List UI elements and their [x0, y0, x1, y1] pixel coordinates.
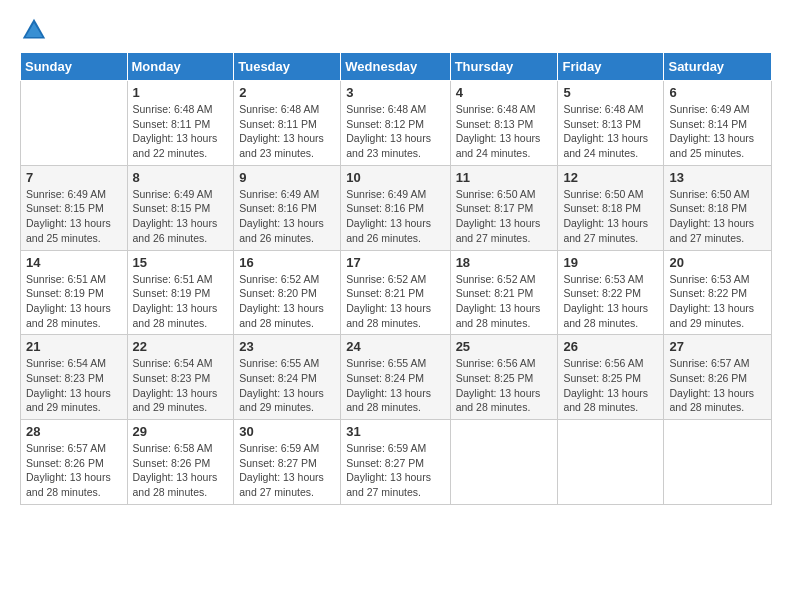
day-info: Sunrise: 6:49 AMSunset: 8:16 PMDaylight:…	[239, 187, 335, 246]
calendar-cell: 4Sunrise: 6:48 AMSunset: 8:13 PMDaylight…	[450, 81, 558, 166]
calendar-cell: 6Sunrise: 6:49 AMSunset: 8:14 PMDaylight…	[664, 81, 772, 166]
day-number: 18	[456, 255, 553, 270]
day-number: 28	[26, 424, 122, 439]
day-number: 4	[456, 85, 553, 100]
weekday-header-row: SundayMondayTuesdayWednesdayThursdayFrid…	[21, 53, 772, 81]
logo	[20, 16, 52, 44]
weekday-header-monday: Monday	[127, 53, 234, 81]
calendar-cell: 2Sunrise: 6:48 AMSunset: 8:11 PMDaylight…	[234, 81, 341, 166]
day-number: 15	[133, 255, 229, 270]
calendar-cell: 22Sunrise: 6:54 AMSunset: 8:23 PMDayligh…	[127, 335, 234, 420]
day-number: 14	[26, 255, 122, 270]
day-number: 8	[133, 170, 229, 185]
calendar-cell: 23Sunrise: 6:55 AMSunset: 8:24 PMDayligh…	[234, 335, 341, 420]
day-number: 23	[239, 339, 335, 354]
day-number: 21	[26, 339, 122, 354]
day-number: 6	[669, 85, 766, 100]
calendar-cell: 3Sunrise: 6:48 AMSunset: 8:12 PMDaylight…	[341, 81, 450, 166]
weekday-header-friday: Friday	[558, 53, 664, 81]
week-row-3: 14Sunrise: 6:51 AMSunset: 8:19 PMDayligh…	[21, 250, 772, 335]
weekday-header-sunday: Sunday	[21, 53, 128, 81]
logo-icon	[20, 16, 48, 44]
day-info: Sunrise: 6:49 AMSunset: 8:15 PMDaylight:…	[26, 187, 122, 246]
calendar-cell: 1Sunrise: 6:48 AMSunset: 8:11 PMDaylight…	[127, 81, 234, 166]
calendar-table: SundayMondayTuesdayWednesdayThursdayFrid…	[20, 52, 772, 505]
day-info: Sunrise: 6:48 AMSunset: 8:12 PMDaylight:…	[346, 102, 444, 161]
day-info: Sunrise: 6:48 AMSunset: 8:11 PMDaylight:…	[133, 102, 229, 161]
calendar-cell	[21, 81, 128, 166]
day-number: 29	[133, 424, 229, 439]
weekday-header-tuesday: Tuesday	[234, 53, 341, 81]
day-number: 27	[669, 339, 766, 354]
day-info: Sunrise: 6:51 AMSunset: 8:19 PMDaylight:…	[26, 272, 122, 331]
weekday-header-wednesday: Wednesday	[341, 53, 450, 81]
calendar-cell: 16Sunrise: 6:52 AMSunset: 8:20 PMDayligh…	[234, 250, 341, 335]
day-info: Sunrise: 6:50 AMSunset: 8:17 PMDaylight:…	[456, 187, 553, 246]
day-number: 10	[346, 170, 444, 185]
calendar-cell	[558, 420, 664, 505]
day-info: Sunrise: 6:59 AMSunset: 8:27 PMDaylight:…	[239, 441, 335, 500]
day-number: 5	[563, 85, 658, 100]
calendar-cell	[664, 420, 772, 505]
day-number: 25	[456, 339, 553, 354]
calendar-cell: 27Sunrise: 6:57 AMSunset: 8:26 PMDayligh…	[664, 335, 772, 420]
day-number: 9	[239, 170, 335, 185]
day-number: 3	[346, 85, 444, 100]
day-info: Sunrise: 6:51 AMSunset: 8:19 PMDaylight:…	[133, 272, 229, 331]
day-info: Sunrise: 6:48 AMSunset: 8:13 PMDaylight:…	[563, 102, 658, 161]
day-info: Sunrise: 6:50 AMSunset: 8:18 PMDaylight:…	[669, 187, 766, 246]
day-number: 26	[563, 339, 658, 354]
calendar-cell: 18Sunrise: 6:52 AMSunset: 8:21 PMDayligh…	[450, 250, 558, 335]
day-number: 31	[346, 424, 444, 439]
day-info: Sunrise: 6:52 AMSunset: 8:21 PMDaylight:…	[456, 272, 553, 331]
calendar-cell: 26Sunrise: 6:56 AMSunset: 8:25 PMDayligh…	[558, 335, 664, 420]
calendar-cell: 7Sunrise: 6:49 AMSunset: 8:15 PMDaylight…	[21, 165, 128, 250]
calendar-cell: 5Sunrise: 6:48 AMSunset: 8:13 PMDaylight…	[558, 81, 664, 166]
day-number: 17	[346, 255, 444, 270]
page: SundayMondayTuesdayWednesdayThursdayFrid…	[0, 0, 792, 612]
calendar-cell: 8Sunrise: 6:49 AMSunset: 8:15 PMDaylight…	[127, 165, 234, 250]
day-info: Sunrise: 6:52 AMSunset: 8:20 PMDaylight:…	[239, 272, 335, 331]
calendar-cell: 25Sunrise: 6:56 AMSunset: 8:25 PMDayligh…	[450, 335, 558, 420]
day-info: Sunrise: 6:52 AMSunset: 8:21 PMDaylight:…	[346, 272, 444, 331]
calendar-cell: 29Sunrise: 6:58 AMSunset: 8:26 PMDayligh…	[127, 420, 234, 505]
calendar-cell: 13Sunrise: 6:50 AMSunset: 8:18 PMDayligh…	[664, 165, 772, 250]
week-row-2: 7Sunrise: 6:49 AMSunset: 8:15 PMDaylight…	[21, 165, 772, 250]
day-info: Sunrise: 6:50 AMSunset: 8:18 PMDaylight:…	[563, 187, 658, 246]
weekday-header-saturday: Saturday	[664, 53, 772, 81]
day-number: 16	[239, 255, 335, 270]
day-info: Sunrise: 6:48 AMSunset: 8:11 PMDaylight:…	[239, 102, 335, 161]
day-info: Sunrise: 6:48 AMSunset: 8:13 PMDaylight:…	[456, 102, 553, 161]
week-row-4: 21Sunrise: 6:54 AMSunset: 8:23 PMDayligh…	[21, 335, 772, 420]
day-info: Sunrise: 6:59 AMSunset: 8:27 PMDaylight:…	[346, 441, 444, 500]
day-number: 13	[669, 170, 766, 185]
day-info: Sunrise: 6:55 AMSunset: 8:24 PMDaylight:…	[239, 356, 335, 415]
day-info: Sunrise: 6:53 AMSunset: 8:22 PMDaylight:…	[563, 272, 658, 331]
calendar-cell: 11Sunrise: 6:50 AMSunset: 8:17 PMDayligh…	[450, 165, 558, 250]
day-number: 22	[133, 339, 229, 354]
day-number: 24	[346, 339, 444, 354]
weekday-header-thursday: Thursday	[450, 53, 558, 81]
calendar-cell: 19Sunrise: 6:53 AMSunset: 8:22 PMDayligh…	[558, 250, 664, 335]
calendar-cell: 24Sunrise: 6:55 AMSunset: 8:24 PMDayligh…	[341, 335, 450, 420]
day-info: Sunrise: 6:54 AMSunset: 8:23 PMDaylight:…	[26, 356, 122, 415]
header	[20, 10, 772, 44]
day-info: Sunrise: 6:54 AMSunset: 8:23 PMDaylight:…	[133, 356, 229, 415]
calendar-cell: 10Sunrise: 6:49 AMSunset: 8:16 PMDayligh…	[341, 165, 450, 250]
calendar-cell: 14Sunrise: 6:51 AMSunset: 8:19 PMDayligh…	[21, 250, 128, 335]
day-info: Sunrise: 6:49 AMSunset: 8:15 PMDaylight:…	[133, 187, 229, 246]
day-number: 20	[669, 255, 766, 270]
day-info: Sunrise: 6:58 AMSunset: 8:26 PMDaylight:…	[133, 441, 229, 500]
day-info: Sunrise: 6:57 AMSunset: 8:26 PMDaylight:…	[669, 356, 766, 415]
day-info: Sunrise: 6:55 AMSunset: 8:24 PMDaylight:…	[346, 356, 444, 415]
day-number: 11	[456, 170, 553, 185]
calendar-cell	[450, 420, 558, 505]
calendar-cell: 9Sunrise: 6:49 AMSunset: 8:16 PMDaylight…	[234, 165, 341, 250]
calendar-cell: 17Sunrise: 6:52 AMSunset: 8:21 PMDayligh…	[341, 250, 450, 335]
calendar-cell: 20Sunrise: 6:53 AMSunset: 8:22 PMDayligh…	[664, 250, 772, 335]
week-row-1: 1Sunrise: 6:48 AMSunset: 8:11 PMDaylight…	[21, 81, 772, 166]
day-info: Sunrise: 6:56 AMSunset: 8:25 PMDaylight:…	[563, 356, 658, 415]
day-number: 30	[239, 424, 335, 439]
calendar-cell: 28Sunrise: 6:57 AMSunset: 8:26 PMDayligh…	[21, 420, 128, 505]
week-row-5: 28Sunrise: 6:57 AMSunset: 8:26 PMDayligh…	[21, 420, 772, 505]
